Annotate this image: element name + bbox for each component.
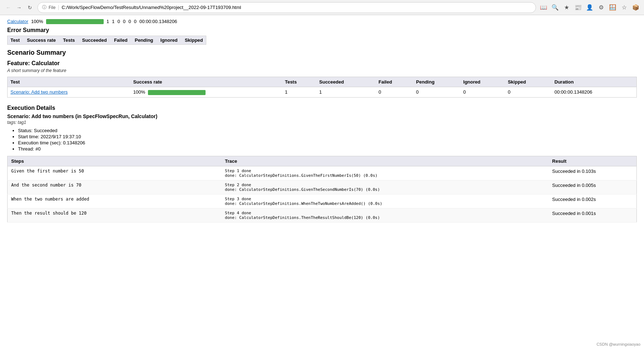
steps-table-row: When the two numbers are added Step 3 do… <box>8 194 637 208</box>
status-list: Status: Succeeded Start time: 2022/9/17 … <box>7 128 637 152</box>
browser-chrome: ← → ↻ ⓘ File C:/Work/SpecFlowDemo/TestRe… <box>0 0 644 15</box>
step-text: And the second number is 70 <box>8 180 221 194</box>
col-pending: Pending <box>413 77 460 87</box>
feature-subtitle: A short summary of the feature <box>7 68 637 73</box>
col-test: Test <box>8 77 131 87</box>
profile-icon[interactable]: 👤 <box>585 3 594 12</box>
file-label: File <box>49 5 59 10</box>
news-icon[interactable]: 📰 <box>573 3 583 12</box>
top-progress-fill <box>46 19 104 24</box>
toolbar-icons: 📖 🔍 ★ 📰 👤 ⚙ 🪟 ☆ 📦 <box>539 3 640 12</box>
scenario-skipped: 0 <box>505 87 552 98</box>
favorites-icon[interactable]: ★ <box>562 3 571 12</box>
err-col-failed: Failed <box>114 37 128 43</box>
step-text: When the two numbers are added <box>8 194 221 208</box>
error-summary-header: Test Success rate Tests Succeeded Failed… <box>7 36 206 45</box>
err-col-success-rate: Success rate <box>27 37 56 43</box>
extensions-icon[interactable]: 🪟 <box>608 3 617 12</box>
col-success-rate: Success rate <box>130 77 282 87</box>
err-col-ignored: Ignored <box>161 37 178 43</box>
step-result: Succeeded in 0.103s <box>549 166 637 180</box>
step-trace: Step 1 done done: CalculatorStepDefiniti… <box>221 166 549 180</box>
scenario-summary-title: Scenario Summary <box>7 49 637 57</box>
scenario-test-link[interactable]: Scenario: Add two numbers <box>8 87 131 98</box>
step-text: Given the first number is 50 <box>8 166 221 180</box>
top-progress-bar <box>46 19 104 24</box>
step-result: Succeeded in 0.002s <box>549 194 637 208</box>
nav-buttons: ← → ↻ <box>4 3 35 12</box>
search-icon[interactable]: 🔍 <box>550 3 560 12</box>
err-col-pending: Pending <box>135 37 153 43</box>
step-result: Succeeded in 0.001s <box>549 208 637 222</box>
steps-col-result: Result <box>549 156 637 166</box>
page-content: Calculator 100% 1 1 0 0 0 0 00:00:00.134… <box>0 15 644 233</box>
top-succeeded: 1 <box>112 19 114 24</box>
steps-table-row: Given the first number is 50 Step 1 done… <box>8 166 637 180</box>
top-failed: 0 <box>117 19 120 24</box>
err-col-succeeded: Succeeded <box>82 37 107 43</box>
steps-table-row: Then the result should be 120 Step 4 don… <box>8 208 637 222</box>
top-ignored: 0 <box>129 19 131 24</box>
err-col-tests: Tests <box>63 37 75 43</box>
reload-button[interactable]: ↻ <box>25 3 35 12</box>
step-trace: Step 2 done done: CalculatorStepDefiniti… <box>221 180 549 194</box>
scenario-tests: 1 <box>282 87 316 98</box>
back-button[interactable]: ← <box>4 3 13 12</box>
menu-icon[interactable]: 📦 <box>631 3 640 12</box>
scenario-ignored: 0 <box>460 87 505 98</box>
top-skipped: 0 <box>134 19 136 24</box>
steps-table-row: And the second number is 70 Step 2 done … <box>8 180 637 194</box>
info-icon: ⓘ <box>42 4 46 10</box>
scenario-table: Test Success rate Tests Succeeded Failed… <box>7 77 637 98</box>
address-bar[interactable]: ⓘ File C:/Work/SpecFlowDemo/TestResults/… <box>37 2 536 13</box>
col-skipped: Skipped <box>505 77 552 87</box>
step-trace: Step 4 done done: CalculatorStepDefiniti… <box>221 208 549 222</box>
thread-item: Thread: #0 <box>18 146 637 152</box>
bookmark-icon[interactable]: ☆ <box>620 3 629 12</box>
scenario-succeeded: 1 <box>316 87 376 98</box>
scenario-failed: 0 <box>376 87 413 98</box>
start-time-item: Start time: 2022/9/17 19:37:10 <box>18 134 637 139</box>
col-succeeded: Succeeded <box>316 77 376 87</box>
err-col-test: Test <box>10 37 20 43</box>
top-tests: 1 <box>107 19 109 24</box>
top-pending: 0 <box>123 19 125 24</box>
settings-icon[interactable]: ⚙ <box>596 3 606 12</box>
step-trace: Step 3 done done: CalculatorStepDefiniti… <box>221 194 549 208</box>
steps-col-trace: Trace <box>221 156 549 166</box>
steps-table: Steps Trace Result Given the first numbe… <box>7 156 637 223</box>
execution-details-title: Execution Details <box>7 105 637 111</box>
tags-line: tags: tag1 <box>7 120 637 125</box>
scenario-table-row: Scenario: Add two numbers 100% 1 1 0 0 0… <box>8 87 637 98</box>
col-ignored: Ignored <box>460 77 505 87</box>
execution-time-item: Execution time (sec): 0.1348206 <box>18 140 637 145</box>
col-duration: Duration <box>551 77 636 87</box>
top-percentage: 100% <box>31 19 43 24</box>
status-item: Status: Succeeded <box>18 128 637 133</box>
step-result: Succeeded in 0.005s <box>549 180 637 194</box>
feature-title: Feature: Calculator <box>7 60 637 67</box>
steps-col-steps: Steps <box>8 156 221 166</box>
err-col-skipped: Skipped <box>185 37 203 43</box>
top-row: Calculator 100% 1 1 0 0 0 0 00:00:00.134… <box>7 19 637 24</box>
col-tests: Tests <box>282 77 316 87</box>
step-text: Then the result should be 120 <box>8 208 221 222</box>
scenario-run-title: Scenario: Add two numbers (in SpecFlowSp… <box>7 113 637 119</box>
url-text: C:/Work/SpecFlowDemo/TestResults/Unnamed… <box>62 5 531 10</box>
forward-button[interactable]: → <box>14 3 24 12</box>
read-mode-icon[interactable]: 📖 <box>539 3 548 12</box>
error-summary-title: Error Summary <box>7 27 637 33</box>
col-failed: Failed <box>376 77 413 87</box>
scenario-pending: 0 <box>413 87 460 98</box>
scenario-duration: 00:00:00.1348206 <box>551 87 636 98</box>
scenario-success-rate: 100% <box>130 87 282 98</box>
top-duration: 00:00:00.1348206 <box>139 19 177 24</box>
calculator-link[interactable]: Calculator <box>7 19 28 24</box>
